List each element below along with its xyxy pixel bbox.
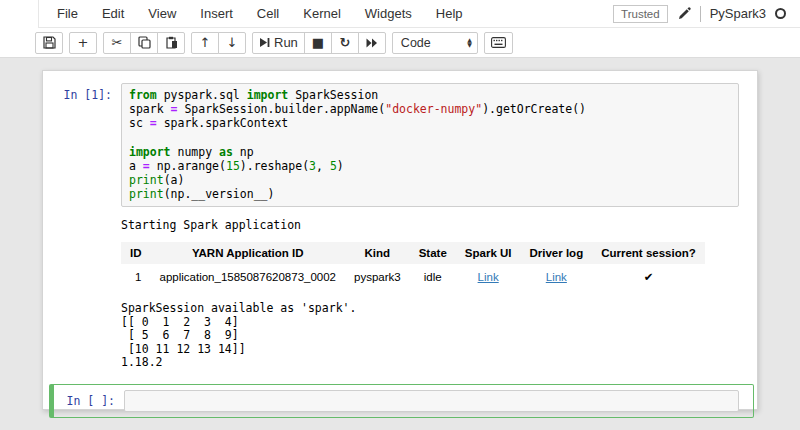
menu-item-help[interactable]: Help [424, 1, 475, 26]
copy-cell-button[interactable] [130, 32, 158, 54]
array-output-line: [[ 0 1 2 3 4] [121, 316, 739, 330]
menu-item-insert[interactable]: Insert [188, 1, 245, 26]
table-header-row: ID YARN Application ID Kind State Spark … [121, 242, 705, 264]
save-button[interactable] [35, 32, 63, 54]
interrupt-kernel-button[interactable]: ■ [304, 32, 332, 54]
menubar-spacer [0, 0, 38, 28]
move-down-icon: ↓ [227, 36, 238, 49]
cell-type-dropdown[interactable]: Code ▲▼ [392, 32, 478, 54]
array-output-line: [10 11 12 13 14]] [121, 343, 739, 357]
paste-cell-button[interactable] [157, 32, 185, 54]
run-cell-button[interactable]: Run [252, 32, 305, 54]
menu-item-cell[interactable]: Cell [245, 1, 291, 26]
paste-icon [165, 36, 178, 49]
driver-log-link[interactable]: Link [546, 271, 567, 283]
menubar-inner: File Edit View Insert Cell Kernel Widget… [38, 0, 800, 28]
menu-bar: File Edit View Insert Cell Kernel Widget… [0, 0, 800, 28]
restart-kernel-icon: ↻ [339, 36, 350, 49]
notification-area: Trusted PySpark3 [613, 5, 800, 23]
pencil-icon [677, 7, 691, 21]
output-starting-text: Starting Spark application [121, 219, 739, 233]
output-area: Starting Spark application ID YARN Appli… [121, 219, 739, 370]
array-output-line: [ 5 6 7 8 9] [121, 329, 739, 343]
stop-icon: ■ [312, 36, 324, 49]
trusted-badge: Trusted [613, 5, 668, 23]
col-kind: Kind [345, 242, 410, 264]
cell-app-id: application_1585087620873_0002 [151, 264, 346, 290]
add-cell-icon: + [78, 36, 89, 49]
command-palette-button[interactable] [484, 32, 513, 54]
spark-ui-link[interactable]: Link [478, 271, 499, 283]
fast-forward-icon [366, 38, 378, 48]
col-current-session: Current session? [592, 242, 705, 264]
notebook-page: In [1]: from pyspark.sql import SparkSes… [42, 70, 758, 410]
col-yarn-app-id: YARN Application ID [151, 242, 346, 264]
col-spark-ui: Spark UI [456, 242, 521, 264]
kernel-name: PySpark3 [710, 6, 766, 21]
chevron-up-down-icon: ▲▼ [467, 38, 472, 47]
cut-icon: ✂ [112, 36, 123, 49]
move-cell-up-button[interactable]: ↑ [191, 32, 219, 54]
empty-input-prompt: In [ ]: [54, 394, 124, 408]
numpy-version-text: 1.18.2 [121, 356, 739, 370]
cell-kind: pyspark3 [345, 264, 410, 290]
code-input-area[interactable]: from pyspark.sql import SparkSessionspar… [121, 83, 739, 207]
menu-item-view[interactable]: View [136, 1, 188, 26]
kernel-idle-indicator-icon [775, 8, 786, 19]
copy-icon [138, 36, 151, 49]
cell-state: idle [410, 264, 456, 290]
current-session-check: ✔ [592, 264, 705, 290]
menu-item-edit[interactable]: Edit [90, 1, 136, 26]
move-cell-down-button[interactable]: ↓ [218, 32, 246, 54]
menu-item-kernel[interactable]: Kernel [291, 1, 353, 26]
menu-item-widgets[interactable]: Widgets [353, 1, 424, 26]
toolbar: + ✂ ↑ [0, 28, 800, 58]
restart-run-all-button[interactable] [358, 32, 386, 54]
col-state: State [410, 242, 456, 264]
menu-item-file[interactable]: File [45, 1, 90, 26]
run-button-label: Run [274, 35, 298, 50]
spark-application-table: ID YARN Application ID Kind State Spark … [121, 242, 705, 290]
table-row: 1 application_1585087620873_0002 pyspark… [121, 264, 705, 290]
move-up-icon: ↑ [200, 36, 211, 49]
code-editor[interactable]: from pyspark.sql import SparkSessionspar… [129, 88, 731, 202]
empty-code-input[interactable] [124, 390, 739, 412]
restart-kernel-button[interactable]: ↻ [331, 32, 359, 54]
save-icon [43, 36, 56, 49]
input-prompt: In [1]: [43, 83, 121, 207]
col-driver-log: Driver log [520, 242, 592, 264]
kernel-divider [700, 6, 701, 22]
run-icon [259, 37, 270, 48]
notebook-workspace: In [1]: from pyspark.sql import SparkSes… [0, 58, 800, 430]
session-available-text: SparkSession available as 'spark'. [121, 302, 739, 316]
selected-empty-cell[interactable]: In [ ]: [49, 384, 754, 418]
code-cell: In [1]: from pyspark.sql import SparkSes… [43, 83, 757, 207]
cut-cell-button[interactable]: ✂ [103, 32, 131, 54]
insert-cell-button[interactable]: + [69, 32, 97, 54]
cell-id: 1 [121, 264, 151, 290]
keyboard-icon [491, 37, 506, 48]
col-id: ID [121, 242, 151, 264]
cell-type-value: Code [401, 36, 431, 50]
